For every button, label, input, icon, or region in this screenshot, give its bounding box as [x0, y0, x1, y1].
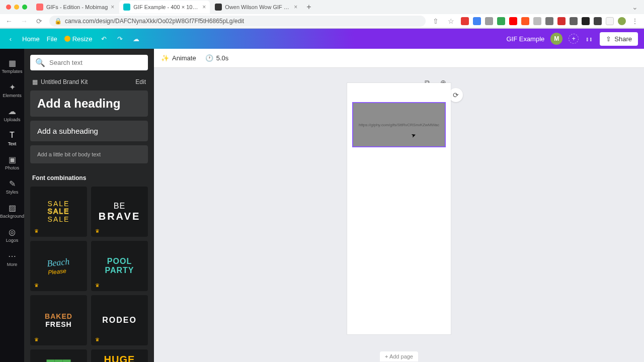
rail-more[interactable]: ⋯More: [0, 248, 24, 270]
maximize-window-icon[interactable]: [22, 5, 27, 10]
animate-button[interactable]: ✨ Animate: [161, 54, 196, 62]
close-tab-icon[interactable]: ×: [111, 4, 114, 11]
font-combo-brave[interactable]: BEBRAVE♛: [91, 187, 148, 237]
close-tab-icon[interactable]: ×: [202, 4, 206, 11]
puzzle-icon[interactable]: [594, 17, 602, 25]
minimize-window-icon[interactable]: [14, 5, 19, 10]
rail-elements[interactable]: ✦Elements: [0, 79, 24, 101]
edit-brand-button[interactable]: Edit: [135, 78, 146, 85]
resize-button[interactable]: Resize: [64, 35, 93, 43]
font-combo-sale[interactable]: SALESALESALE♛: [30, 187, 87, 237]
close-tab-icon[interactable]: ×: [294, 4, 297, 11]
favicon-icon: [215, 4, 222, 11]
add-subheading-button[interactable]: Add a subheading: [30, 121, 148, 141]
font-combo-rodeo[interactable]: RODEO♛: [91, 295, 148, 345]
rail-photos[interactable]: ▣Photos: [0, 151, 24, 173]
design-page[interactable]: ➤ https://giphy.com/gifs/SttRvCRSnvKZwMW…: [347, 83, 451, 334]
rail-templates[interactable]: ▦Templates: [0, 55, 24, 77]
redo-button[interactable]: ↷: [115, 34, 124, 43]
lock-icon: 🔒: [54, 18, 62, 25]
home-button[interactable]: Home: [22, 35, 40, 43]
duration-button[interactable]: 🕐 5.0s: [205, 54, 229, 62]
undo-button[interactable]: ↶: [99, 34, 108, 43]
extension-icon[interactable]: [582, 17, 590, 25]
crown-icon: [64, 36, 70, 42]
avatar[interactable]: M: [550, 33, 562, 45]
uploads-icon: ☁: [7, 106, 17, 116]
new-tab-button[interactable]: +: [302, 3, 315, 12]
extension-icon[interactable]: [485, 17, 493, 25]
extension-icon[interactable]: [545, 17, 553, 25]
crown-icon: ♛: [95, 337, 100, 342]
search-icon: 🔍: [35, 58, 45, 67]
upload-icon: ⇧: [606, 35, 611, 43]
star-icon[interactable]: ☆: [446, 17, 456, 25]
project-name[interactable]: GIF Example: [506, 35, 544, 43]
brand-kit-row: ▦ Untitled Brand Kit Edit: [24, 76, 154, 90]
extensions: ⋮: [461, 17, 640, 25]
back-icon[interactable]: ‹: [6, 34, 15, 43]
share-url-icon[interactable]: ⇧: [431, 17, 441, 25]
text-content: https://giphy.com/gifs/SttRvCRSnvKZwMWac: [357, 123, 441, 127]
font-combo-pool[interactable]: POOLPARTY♛: [91, 241, 148, 291]
file-menu[interactable]: File: [47, 35, 57, 43]
design-stage[interactable]: ➤ https://giphy.com/gifs/SttRvCRSnvKZwMW…: [154, 68, 644, 362]
header-right: GIF Example M + ⫾⫾ ⇧ Share: [506, 32, 638, 46]
tab-title: GIFs - Edition - Mobimag: [46, 4, 108, 10]
font-combo-grid: SALESALESALE♛ BEBRAVE♛ BeachPlease♛ POOL…: [24, 187, 154, 362]
panel-icon[interactable]: [606, 17, 614, 25]
add-page-button[interactable]: + Add page: [380, 351, 418, 361]
selected-text-element[interactable]: ➤ https://giphy.com/gifs/SttRvCRSnvKZwMW…: [352, 102, 446, 147]
forward-button[interactable]: →: [19, 17, 29, 25]
brand-kit-name: Untitled Brand Kit: [41, 78, 88, 85]
add-heading-button[interactable]: Add a heading: [30, 90, 148, 117]
insights-icon[interactable]: ⫾⫾: [585, 34, 594, 43]
rail-background[interactable]: ▨Background: [0, 200, 24, 222]
profile-avatar-icon[interactable]: [618, 17, 626, 25]
rail-styles[interactable]: ✎Styles: [0, 175, 24, 198]
elements-icon: ✦: [7, 82, 17, 92]
browser-tab[interactable]: Owen Wilson Wow GIF - Find & ×: [211, 1, 301, 14]
extension-icon[interactable]: [497, 17, 505, 25]
text-icon: T: [7, 130, 17, 140]
back-button[interactable]: ←: [4, 17, 14, 25]
app-header: ‹ Home File Resize ↶ ↷ ☁ GIF Example M +…: [0, 29, 644, 49]
extension-icon[interactable]: [461, 17, 469, 25]
font-combo-baked[interactable]: BAKEDFRESH♛: [30, 295, 87, 345]
add-collaborator-button[interactable]: +: [569, 34, 579, 44]
crown-icon: ♛: [95, 283, 100, 288]
kebab-menu-icon[interactable]: ⋮: [630, 17, 640, 25]
search-input[interactable]: 🔍: [30, 55, 148, 70]
rail-logos[interactable]: ◎Logos: [0, 224, 24, 246]
browser-tab[interactable]: GIFs - Edition - Mobimag ×: [32, 1, 118, 14]
extension-icon[interactable]: [533, 17, 541, 25]
font-combo-green[interactable]: ▬▬▬: [30, 349, 87, 362]
chevron-down-icon[interactable]: ⌄: [630, 3, 640, 11]
rail-text[interactable]: TText: [0, 127, 24, 149]
address-row: ← → ⟳ 🔒 canva.com/design/DAFCNynaXkk/Oo0…: [0, 14, 644, 28]
extension-icon[interactable]: [509, 17, 517, 25]
cursor-icon: ➤: [411, 132, 417, 139]
extension-icon[interactable]: [557, 17, 566, 25]
animate-icon: ✨: [161, 54, 169, 62]
window-controls[interactable]: [4, 5, 31, 10]
reload-button[interactable]: ⟳: [34, 17, 44, 25]
search-field[interactable]: [49, 59, 143, 66]
address-bar[interactable]: 🔒 canva.com/design/DAFCNynaXkk/Oo02pW8Gf…: [49, 16, 426, 27]
extension-icon[interactable]: [473, 17, 481, 25]
crown-icon: ♛: [34, 228, 39, 234]
extension-icon[interactable]: [570, 17, 578, 25]
extension-icon[interactable]: [521, 17, 529, 25]
browser-tab[interactable]: GIF Example - 400 × 1000px ×: [119, 1, 210, 14]
context-toolbar: ✨ Animate 🕐 5.0s: [154, 49, 644, 68]
share-button[interactable]: ⇧ Share: [600, 32, 638, 46]
favicon-icon: [36, 4, 43, 11]
crown-icon: ♛: [34, 337, 39, 342]
canvas-area: ✨ Animate 🕐 5.0s ⧉ ⊕ ⟳ ➤ https://giphy.c…: [154, 49, 644, 362]
add-body-button[interactable]: Add a little bit of body text: [30, 145, 148, 163]
font-combo-beach[interactable]: BeachPlease♛: [30, 241, 87, 291]
rail-uploads[interactable]: ☁Uploads: [0, 103, 24, 125]
close-window-icon[interactable]: [6, 5, 11, 10]
cloud-sync-icon[interactable]: ☁: [131, 34, 140, 43]
font-combo-huge[interactable]: HUGE: [91, 349, 148, 362]
